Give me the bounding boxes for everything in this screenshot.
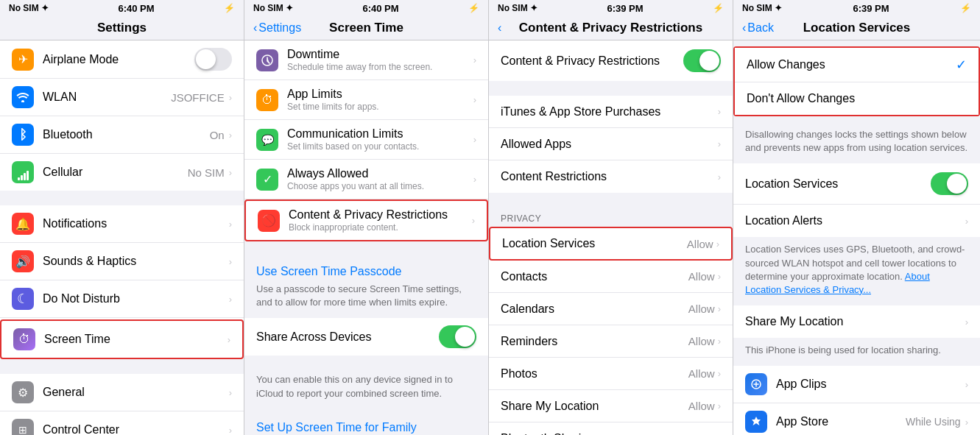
row-share-my-location[interactable]: Share My Location ›	[733, 305, 980, 338]
family-link[interactable]: Set Up Screen Time for Family	[244, 412, 488, 435]
share-location-group: Share My Location ›	[733, 305, 980, 338]
share-desc: You can enable this on any device signed…	[244, 370, 488, 409]
row-content-share: Share Across Devices	[256, 330, 439, 344]
row-general[interactable]: ⚙ General ›	[0, 374, 244, 411]
sharemylocation-label: Share My Location	[501, 400, 688, 413]
row-content-control: Control Center	[43, 423, 229, 435]
row-wlan[interactable]: WLAN JSOFFICE ›	[0, 79, 244, 116]
row-title-commlimits: Communication Limits	[287, 127, 473, 141]
row-applimits[interactable]: ⏱ App Limits Set time limits for apps. ›	[244, 80, 488, 120]
row-cellular[interactable]: Cellular No SIM ›	[0, 154, 244, 191]
row-contentrestrictions[interactable]: Content Restrictions ›	[489, 160, 733, 193]
page-title-3: Content & Privacy Restrictions	[519, 21, 702, 35]
row-content-dnd: Do Not Disturb	[43, 292, 229, 305]
status-right-2: ⚡	[468, 3, 479, 13]
chevron-app-store: ›	[965, 417, 968, 428]
row-sharemylocation[interactable]: Share My Location Allow ›	[489, 390, 733, 422]
wlan-icon	[12, 86, 34, 108]
alwaysallowed-icon: ✓	[256, 169, 278, 191]
row-right-wlan: JSOFFICE ›	[171, 91, 232, 104]
row-contacts[interactable]: Contacts Allow ›	[489, 261, 733, 293]
nav-bar-3: ‹ Content & Privacy Restrictions	[489, 16, 733, 40]
status-left-2: No SIM ✦	[253, 3, 293, 13]
back-button-4[interactable]: ‹ Back	[742, 21, 774, 35]
row-subtitle-applimits: Set time limits for apps.	[287, 102, 473, 112]
location-link[interactable]: About Location Services & Privacy...	[745, 271, 930, 295]
toggle-privacy[interactable]	[683, 49, 721, 72]
chevron-contentprivacy: ›	[472, 215, 475, 226]
row-title-bluetooth: Bluetooth	[43, 128, 210, 141]
row-reminders[interactable]: Reminders Allow ›	[489, 325, 733, 358]
row-location-services[interactable]: Location Services Allow ›	[489, 227, 733, 261]
row-app-clips[interactable]: App Clips ›	[733, 366, 980, 403]
chevron-wlan: ›	[229, 92, 232, 103]
row-title-screentime: Screen Time	[44, 333, 228, 346]
row-right-control: ›	[229, 425, 232, 436]
row-subtitle-downtime: Schedule time away from the screen.	[287, 62, 473, 72]
reminders-label: Reminders	[501, 335, 688, 348]
sounds-icon: 🔊	[12, 250, 34, 272]
row-title-notifications: Notifications	[43, 217, 229, 230]
chevron-sounds: ›	[229, 256, 232, 267]
row-control[interactable]: ⊞ Control Center ›	[0, 411, 244, 435]
passcode-button[interactable]: Use Screen Time Passcode	[256, 265, 476, 278]
row-app-store[interactable]: App Store While Using ›	[733, 403, 980, 435]
row-alwaysallowed[interactable]: ✓ Always Allowed Choose apps you want at…	[244, 160, 488, 199]
row-location-toggle[interactable]: Location Services	[733, 163, 980, 205]
app-store-icon	[745, 411, 767, 433]
row-allowedapps[interactable]: Allowed Apps ›	[489, 128, 733, 160]
privacy-top-group: Content & Privacy Restrictions	[489, 40, 733, 81]
dont-allow-option[interactable]: Don't Allow Changes	[735, 82, 979, 115]
row-downtime[interactable]: Downtime Schedule time away from the scr…	[244, 40, 488, 80]
status-left-1: No SIM ✦	[9, 3, 49, 13]
toggle-location[interactable]	[931, 172, 968, 195]
cellular-icon	[12, 161, 34, 183]
row-contentprivacy[interactable]: 🚫 Content & Privacy Restrictions Block i…	[244, 199, 488, 241]
row-photos[interactable]: Photos Allow ›	[489, 358, 733, 390]
row-airplane[interactable]: ✈ Airplane Mode	[0, 40, 244, 79]
row-sounds[interactable]: 🔊 Sounds & Haptics ›	[0, 243, 244, 280]
toggle-share[interactable]	[439, 325, 476, 348]
row-calendars[interactable]: Calendars Allow ›	[489, 293, 733, 325]
row-right-bluetooth: On ›	[210, 129, 232, 141]
chevron-general: ›	[229, 387, 232, 398]
airplane-icon: ✈	[12, 49, 34, 71]
chevron-commlimits: ›	[473, 134, 476, 145]
sharemylocation-right: Allow ›	[688, 400, 721, 412]
row-commlimits[interactable]: 💬 Communication Limits Set limits based …	[244, 120, 488, 160]
row-screentime[interactable]: ⏱ Screen Time ›	[0, 319, 244, 359]
row-title-wlan: WLAN	[43, 91, 171, 104]
row-title-share: Share Across Devices	[256, 330, 439, 344]
contentrestrictions-right: ›	[718, 171, 721, 183]
settings-group-3: ⚙ General › ⊞ Control Center › AA	[0, 374, 244, 435]
row-share[interactable]: Share Across Devices	[244, 318, 488, 356]
privacy-middle-group: iTunes & App Store Purchases › Allowed A…	[489, 96, 733, 193]
row-bluetooth-sharing[interactable]: Bluetooth Sharing Allow ›	[489, 422, 733, 435]
notifications-icon: 🔔	[12, 213, 34, 235]
allow-changes-option[interactable]: Allow Changes ✓	[735, 48, 979, 82]
contentrestrictions-label: Content Restrictions	[501, 170, 718, 183]
chevron-location: ›	[716, 238, 719, 250]
row-itunes[interactable]: iTunes & App Store Purchases ›	[489, 96, 733, 128]
chevron-contentrestrictions: ›	[718, 171, 721, 183]
dont-allow-label: Don't Allow Changes	[747, 92, 967, 105]
row-right-alwaysallowed: ›	[473, 174, 476, 185]
row-subtitle-alwaysallowed: Choose apps you want at all times.	[287, 181, 473, 191]
back-button-2[interactable]: ‹ Settings	[253, 21, 301, 35]
row-notifications[interactable]: 🔔 Notifications ›	[0, 205, 244, 243]
row-right-general: ›	[229, 387, 232, 398]
status-left-3: No SIM ✦	[498, 3, 537, 13]
row-right-applimits: ›	[473, 94, 476, 105]
row-privacy-toggle[interactable]: Content & Privacy Restrictions	[489, 40, 733, 81]
row-content-wlan: WLAN	[43, 91, 171, 104]
row-donotdisturb[interactable]: ☾ Do Not Disturb ›	[0, 280, 244, 318]
toggle-airplane[interactable]	[194, 48, 232, 71]
chevron-photos: ›	[718, 368, 721, 379]
row-location-alerts[interactable]: Location Alerts ›	[733, 205, 980, 237]
app-store-content: App Store	[776, 415, 906, 428]
passcode-wrapper: Use Screen Time Passcode Use a passcode …	[244, 256, 488, 318]
status-bar-2: No SIM ✦ 6:40 PM ⚡	[244, 0, 488, 16]
back-button-3[interactable]: ‹	[498, 21, 501, 35]
screentime-icon: ⏱	[13, 328, 35, 350]
row-bluetooth[interactable]: ᛒ Bluetooth On ›	[0, 116, 244, 154]
